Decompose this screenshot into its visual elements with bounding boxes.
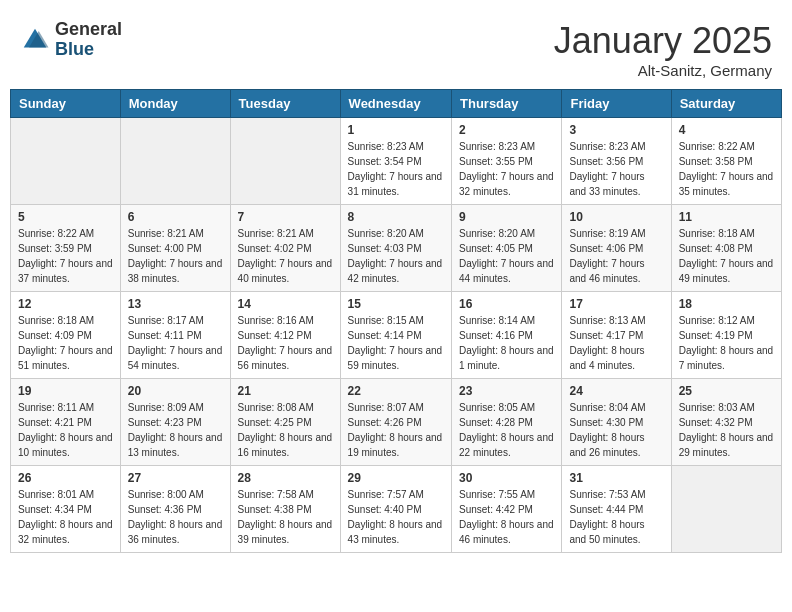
logo-blue: Blue <box>55 40 122 60</box>
calendar-cell: 12 Sunrise: 8:18 AMSunset: 4:09 PMDaylig… <box>11 292 121 379</box>
logo-text: General Blue <box>55 20 122 60</box>
day-number: 4 <box>679 123 774 137</box>
day-number: 10 <box>569 210 663 224</box>
day-number: 17 <box>569 297 663 311</box>
day-info: Sunrise: 7:58 AMSunset: 4:38 PMDaylight:… <box>238 487 333 547</box>
month-title: January 2025 <box>554 20 772 62</box>
day-number: 1 <box>348 123 444 137</box>
calendar-week-row: 26 Sunrise: 8:01 AMSunset: 4:34 PMDaylig… <box>11 466 782 553</box>
day-info: Sunrise: 8:23 AMSunset: 3:54 PMDaylight:… <box>348 139 444 199</box>
calendar-cell: 9 Sunrise: 8:20 AMSunset: 4:05 PMDayligh… <box>452 205 562 292</box>
calendar-cell: 27 Sunrise: 8:00 AMSunset: 4:36 PMDaylig… <box>120 466 230 553</box>
location: Alt-Sanitz, Germany <box>554 62 772 79</box>
weekday-header-row: SundayMondayTuesdayWednesdayThursdayFrid… <box>11 90 782 118</box>
day-number: 9 <box>459 210 554 224</box>
calendar-cell: 13 Sunrise: 8:17 AMSunset: 4:11 PMDaylig… <box>120 292 230 379</box>
calendar-week-row: 1 Sunrise: 8:23 AMSunset: 3:54 PMDayligh… <box>11 118 782 205</box>
calendar-cell: 23 Sunrise: 8:05 AMSunset: 4:28 PMDaylig… <box>452 379 562 466</box>
calendar-cell: 20 Sunrise: 8:09 AMSunset: 4:23 PMDaylig… <box>120 379 230 466</box>
calendar-cell <box>230 118 340 205</box>
day-info: Sunrise: 8:01 AMSunset: 4:34 PMDaylight:… <box>18 487 113 547</box>
calendar-cell: 17 Sunrise: 8:13 AMSunset: 4:17 PMDaylig… <box>562 292 671 379</box>
page-header: General Blue January 2025 Alt-Sanitz, Ge… <box>10 10 782 84</box>
day-number: 8 <box>348 210 444 224</box>
logo: General Blue <box>20 20 122 60</box>
day-number: 6 <box>128 210 223 224</box>
day-info: Sunrise: 8:11 AMSunset: 4:21 PMDaylight:… <box>18 400 113 460</box>
day-number: 22 <box>348 384 444 398</box>
calendar-cell: 6 Sunrise: 8:21 AMSunset: 4:00 PMDayligh… <box>120 205 230 292</box>
logo-icon <box>20 25 50 55</box>
day-number: 28 <box>238 471 333 485</box>
day-number: 12 <box>18 297 113 311</box>
calendar-cell: 8 Sunrise: 8:20 AMSunset: 4:03 PMDayligh… <box>340 205 451 292</box>
day-number: 26 <box>18 471 113 485</box>
day-number: 7 <box>238 210 333 224</box>
weekday-header: Saturday <box>671 90 781 118</box>
day-info: Sunrise: 8:04 AMSunset: 4:30 PMDaylight:… <box>569 400 663 460</box>
day-number: 15 <box>348 297 444 311</box>
day-info: Sunrise: 8:05 AMSunset: 4:28 PMDaylight:… <box>459 400 554 460</box>
calendar-cell: 25 Sunrise: 8:03 AMSunset: 4:32 PMDaylig… <box>671 379 781 466</box>
day-info: Sunrise: 8:16 AMSunset: 4:12 PMDaylight:… <box>238 313 333 373</box>
day-number: 2 <box>459 123 554 137</box>
calendar-week-row: 12 Sunrise: 8:18 AMSunset: 4:09 PMDaylig… <box>11 292 782 379</box>
day-info: Sunrise: 8:12 AMSunset: 4:19 PMDaylight:… <box>679 313 774 373</box>
day-number: 29 <box>348 471 444 485</box>
day-info: Sunrise: 8:21 AMSunset: 4:02 PMDaylight:… <box>238 226 333 286</box>
day-number: 25 <box>679 384 774 398</box>
day-number: 19 <box>18 384 113 398</box>
day-number: 27 <box>128 471 223 485</box>
day-info: Sunrise: 8:03 AMSunset: 4:32 PMDaylight:… <box>679 400 774 460</box>
calendar-cell: 5 Sunrise: 8:22 AMSunset: 3:59 PMDayligh… <box>11 205 121 292</box>
day-number: 11 <box>679 210 774 224</box>
day-number: 18 <box>679 297 774 311</box>
calendar-cell: 28 Sunrise: 7:58 AMSunset: 4:38 PMDaylig… <box>230 466 340 553</box>
calendar-cell: 26 Sunrise: 8:01 AMSunset: 4:34 PMDaylig… <box>11 466 121 553</box>
day-info: Sunrise: 8:18 AMSunset: 4:09 PMDaylight:… <box>18 313 113 373</box>
calendar-cell <box>671 466 781 553</box>
day-info: Sunrise: 8:13 AMSunset: 4:17 PMDaylight:… <box>569 313 663 373</box>
calendar-cell: 31 Sunrise: 7:53 AMSunset: 4:44 PMDaylig… <box>562 466 671 553</box>
calendar-cell: 22 Sunrise: 8:07 AMSunset: 4:26 PMDaylig… <box>340 379 451 466</box>
day-info: Sunrise: 8:23 AMSunset: 3:56 PMDaylight:… <box>569 139 663 199</box>
calendar-cell: 2 Sunrise: 8:23 AMSunset: 3:55 PMDayligh… <box>452 118 562 205</box>
calendar-cell: 18 Sunrise: 8:12 AMSunset: 4:19 PMDaylig… <box>671 292 781 379</box>
calendar-cell: 7 Sunrise: 8:21 AMSunset: 4:02 PMDayligh… <box>230 205 340 292</box>
day-number: 16 <box>459 297 554 311</box>
day-number: 13 <box>128 297 223 311</box>
calendar-week-row: 5 Sunrise: 8:22 AMSunset: 3:59 PMDayligh… <box>11 205 782 292</box>
calendar-cell: 19 Sunrise: 8:11 AMSunset: 4:21 PMDaylig… <box>11 379 121 466</box>
day-info: Sunrise: 8:09 AMSunset: 4:23 PMDaylight:… <box>128 400 223 460</box>
day-number: 23 <box>459 384 554 398</box>
weekday-header: Monday <box>120 90 230 118</box>
day-number: 3 <box>569 123 663 137</box>
day-number: 20 <box>128 384 223 398</box>
day-info: Sunrise: 8:17 AMSunset: 4:11 PMDaylight:… <box>128 313 223 373</box>
day-info: Sunrise: 7:57 AMSunset: 4:40 PMDaylight:… <box>348 487 444 547</box>
calendar-cell: 1 Sunrise: 8:23 AMSunset: 3:54 PMDayligh… <box>340 118 451 205</box>
day-number: 31 <box>569 471 663 485</box>
day-info: Sunrise: 8:22 AMSunset: 3:59 PMDaylight:… <box>18 226 113 286</box>
day-info: Sunrise: 8:20 AMSunset: 4:03 PMDaylight:… <box>348 226 444 286</box>
weekday-header: Sunday <box>11 90 121 118</box>
calendar-cell: 4 Sunrise: 8:22 AMSunset: 3:58 PMDayligh… <box>671 118 781 205</box>
weekday-header: Thursday <box>452 90 562 118</box>
day-info: Sunrise: 8:00 AMSunset: 4:36 PMDaylight:… <box>128 487 223 547</box>
day-info: Sunrise: 7:53 AMSunset: 4:44 PMDaylight:… <box>569 487 663 547</box>
day-info: Sunrise: 8:14 AMSunset: 4:16 PMDaylight:… <box>459 313 554 373</box>
day-number: 5 <box>18 210 113 224</box>
calendar-week-row: 19 Sunrise: 8:11 AMSunset: 4:21 PMDaylig… <box>11 379 782 466</box>
title-area: January 2025 Alt-Sanitz, Germany <box>554 20 772 79</box>
day-info: Sunrise: 8:21 AMSunset: 4:00 PMDaylight:… <box>128 226 223 286</box>
logo-general: General <box>55 20 122 40</box>
calendar-cell <box>120 118 230 205</box>
calendar-cell: 11 Sunrise: 8:18 AMSunset: 4:08 PMDaylig… <box>671 205 781 292</box>
day-info: Sunrise: 8:18 AMSunset: 4:08 PMDaylight:… <box>679 226 774 286</box>
calendar-cell: 30 Sunrise: 7:55 AMSunset: 4:42 PMDaylig… <box>452 466 562 553</box>
day-number: 30 <box>459 471 554 485</box>
calendar: SundayMondayTuesdayWednesdayThursdayFrid… <box>10 89 782 553</box>
calendar-cell: 24 Sunrise: 8:04 AMSunset: 4:30 PMDaylig… <box>562 379 671 466</box>
day-info: Sunrise: 8:23 AMSunset: 3:55 PMDaylight:… <box>459 139 554 199</box>
day-info: Sunrise: 8:08 AMSunset: 4:25 PMDaylight:… <box>238 400 333 460</box>
